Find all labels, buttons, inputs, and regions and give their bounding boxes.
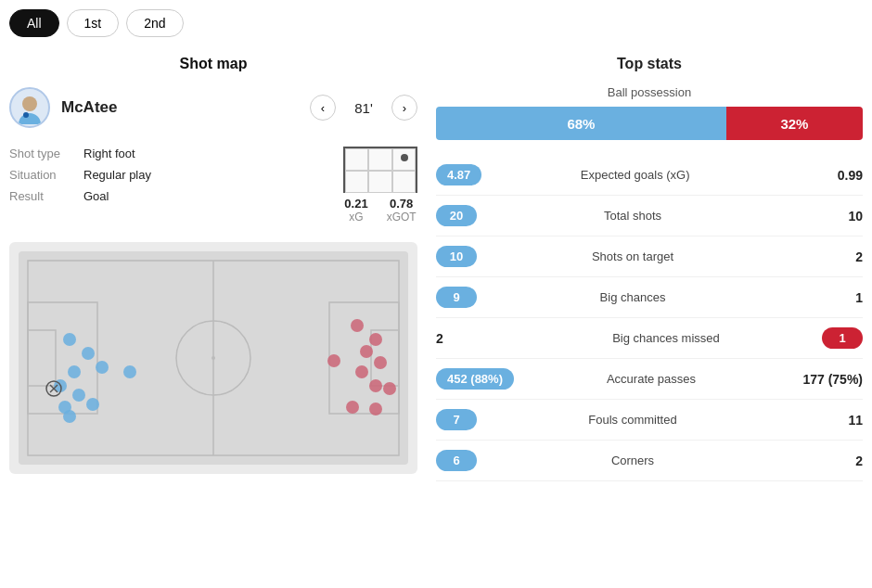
stat-away-value: 177 (75%) [789, 372, 863, 387]
player-name: McAtee [61, 98, 299, 117]
svg-point-30 [369, 379, 382, 392]
svg-point-32 [346, 401, 359, 414]
xgot-stat: 0.78 xGOT [387, 197, 417, 224]
stat-label: Big chances missed [510, 331, 822, 345]
shot-details: Shot type Right foot Situation Regular p… [9, 147, 417, 224]
svg-point-26 [369, 333, 382, 346]
stats-row: 452 (88%)Accurate passes177 (75%) [436, 359, 863, 400]
pitch-svg [19, 251, 408, 465]
stat-home-value: 10 [436, 246, 477, 267]
stats-row: 20Total shots10 [436, 196, 863, 236]
svg-point-7 [212, 356, 215, 360]
stat-label: Shots on target [477, 249, 789, 263]
situation-row: Situation Regular play [9, 168, 325, 182]
svg-point-28 [374, 356, 387, 369]
svg-point-18 [86, 398, 99, 411]
stats-row: 10Shots on target2 [436, 236, 863, 277]
top-stats-panel: Top stats Ball possession 68% 32% 4.87Ex… [436, 56, 863, 481]
result-value: Goal [83, 189, 109, 203]
stat-label: Big chances [477, 290, 789, 304]
stats-row: 7Fouls committed11 [436, 400, 863, 441]
stat-home-value: 9 [436, 287, 477, 308]
svg-point-27 [360, 345, 373, 358]
filter-2nd[interactable]: 2nd [126, 9, 183, 37]
svg-point-20 [123, 365, 136, 378]
stat-away-value: 11 [789, 413, 863, 428]
stat-home-value: 6 [436, 450, 477, 471]
filter-all[interactable]: All [9, 9, 59, 37]
svg-point-29 [355, 365, 368, 378]
possession-label: Ball possession [436, 85, 863, 99]
filter-1st[interactable]: 1st [67, 9, 120, 37]
stats-row: 9Big chances1 [436, 277, 863, 318]
pitch-container [9, 242, 417, 474]
shot-type-value: Right foot [83, 147, 135, 160]
svg-point-12 [63, 333, 76, 346]
shot-info: Shot type Right foot Situation Regular p… [9, 147, 325, 211]
stat-away-value: 10 [789, 209, 863, 224]
next-player-button[interactable]: › [391, 95, 417, 121]
goal-stats: 0.21 xG 0.78 xGOT [344, 197, 416, 224]
player-avatar [9, 87, 50, 128]
result-label: Result [9, 189, 74, 203]
stat-label: Total shots [477, 209, 789, 223]
stat-label: Corners [477, 454, 789, 467]
stat-label: Fouls committed [477, 413, 789, 427]
xg-label: xG [344, 211, 367, 224]
stat-home-value: 2 [436, 331, 510, 346]
stats-rows-container: 4.87Expected goals (xG)0.9920Total shots… [436, 155, 863, 481]
stats-row: 4.87Expected goals (xG)0.99 [436, 155, 863, 196]
goal-frame [343, 147, 417, 193]
top-stats-title: Top stats [436, 56, 863, 72]
shot-map-panel: Shot map McAtee ‹ 81' › Shot type Right [9, 56, 417, 481]
xg-value: 0.21 [344, 197, 367, 211]
svg-point-31 [327, 354, 340, 367]
stat-label: Expected goals (xG) [481, 168, 789, 182]
svg-point-25 [351, 319, 364, 332]
situation-label: Situation [9, 168, 74, 182]
stats-row: 2Big chances missed1 [436, 318, 863, 359]
svg-point-24 [63, 410, 76, 423]
svg-point-14 [96, 361, 109, 374]
xg-stat: 0.21 xG [344, 197, 367, 224]
result-row: Result Goal [9, 189, 325, 203]
stat-home-value: 20 [436, 205, 477, 226]
shot-type-label: Shot type [9, 147, 74, 160]
possession-away: 32% [726, 107, 863, 140]
svg-point-2 [23, 112, 29, 118]
filter-bar: All 1st 2nd [9, 9, 863, 37]
stat-away-value: 2 [789, 454, 863, 468]
shot-map-title: Shot map [9, 56, 417, 72]
stat-away-value: 1 [822, 327, 863, 349]
svg-point-13 [82, 347, 95, 360]
prev-player-button[interactable]: ‹ [310, 95, 336, 121]
stat-away-value: 0.99 [789, 168, 863, 183]
shot-type-row: Shot type Right foot [9, 147, 325, 160]
svg-point-17 [72, 389, 85, 402]
stat-home-value: 452 (88%) [436, 368, 514, 390]
stat-away-value: 2 [789, 249, 863, 264]
situation-value: Regular play [83, 168, 151, 182]
stat-away-value: 1 [789, 290, 863, 305]
minute-label: 81' [347, 100, 380, 116]
svg-point-34 [383, 382, 396, 395]
possession-home: 68% [436, 107, 726, 140]
main-content: Shot map McAtee ‹ 81' › Shot type Right [9, 56, 863, 481]
svg-point-0 [22, 96, 37, 111]
svg-point-33 [369, 403, 382, 415]
goal-visualization: 0.21 xG 0.78 xGOT [343, 147, 417, 224]
stat-label: Accurate passes [514, 372, 789, 386]
svg-point-15 [68, 365, 81, 378]
player-row: McAtee ‹ 81' › [9, 87, 417, 128]
xgot-value: 0.78 [387, 197, 417, 211]
stat-home-value: 7 [436, 409, 477, 430]
svg-point-1 [19, 113, 41, 124]
possession-bar: 68% 32% [436, 107, 863, 140]
stats-row: 6Corners2 [436, 441, 863, 481]
xgot-label: xGOT [387, 211, 417, 224]
stat-home-value: 4.87 [436, 164, 481, 185]
